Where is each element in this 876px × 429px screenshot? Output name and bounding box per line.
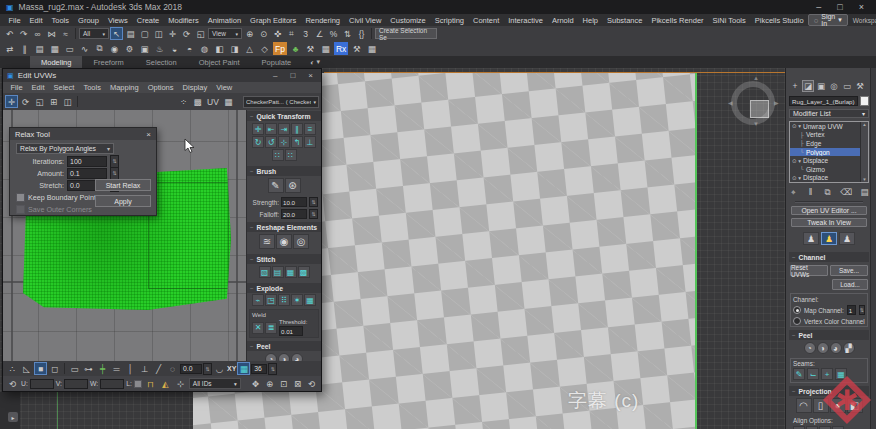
relax-mode-dropdown[interactable]: Relax By Polygon Angles ▾: [16, 143, 114, 154]
menu-item[interactable]: Display: [178, 83, 212, 92]
vertex-selection-mode-icon[interactable]: ♟: [803, 232, 819, 245]
railclone-tools-icon[interactable]: ⚒: [350, 42, 363, 55]
motion-tab-icon[interactable]: ◎: [828, 80, 840, 92]
stitch-to-target-icon[interactable]: ▤: [272, 266, 284, 278]
rendered-frame-window-icon[interactable]: ▣: [138, 42, 151, 55]
reset-uvws-button[interactable]: Reset UVWs: [790, 265, 828, 276]
flatten-by-material-id-icon[interactable]: ◳: [265, 294, 277, 306]
spherical-map-icon[interactable]: ●: [830, 398, 846, 413]
stitch-to-source-icon[interactable]: ▦: [285, 266, 297, 278]
schematic-view-icon[interactable]: ⧉: [93, 42, 106, 55]
quick-peel-icon[interactable]: ◔: [804, 342, 816, 354]
close-icon[interactable]: ×: [146, 130, 151, 139]
menu-item[interactable]: Create: [132, 16, 164, 25]
keep-boundary-checkbox[interactable]: [16, 193, 25, 202]
map-channel-radio[interactable]: [793, 306, 801, 314]
rectangular-selection-region-icon[interactable]: ▢: [138, 27, 151, 40]
state-sets-icon[interactable]: ◧: [213, 42, 226, 55]
align-right-icon[interactable]: ⇥: [278, 123, 290, 135]
paint-move-brush-icon[interactable]: ✎: [268, 178, 284, 193]
point-to-point-seam-icon[interactable]: ⌙: [807, 368, 819, 380]
peel-rollout-header[interactable]: − Peel: [247, 341, 321, 351]
break-icon[interactable]: ⁘: [177, 95, 190, 108]
sini-grid-icon[interactable]: ▦: [319, 42, 332, 55]
reset-peel-icon[interactable]: ▞: [843, 342, 855, 354]
rotate-90-cw-icon[interactable]: ↻: [252, 136, 264, 148]
menu-item[interactable]: Group: [74, 16, 104, 25]
amount-field[interactable]: 0.1: [67, 168, 107, 179]
ribbon-show-panels-icon[interactable]: ◐: [310, 59, 314, 66]
ribbon-toggle-icon[interactable]: ▭: [63, 42, 76, 55]
filter-selected-faces-icon[interactable]: ◭: [159, 377, 172, 390]
angle-snap-icon[interactable]: ∠: [313, 27, 326, 40]
flatten-by-smoothing-group-icon[interactable]: ⌁: [252, 294, 264, 306]
lock-aspect-checkbox[interactable]: [134, 380, 142, 388]
polygon-sub-object-icon[interactable]: ■: [34, 362, 47, 375]
gizmo-core[interactable]: [750, 100, 769, 118]
relax-brush-icon[interactable]: ⊛: [285, 178, 301, 193]
ribbon-tab-selection[interactable]: Selection: [135, 56, 188, 68]
angle-field[interactable]: 0.0: [180, 364, 202, 374]
stack-row-prefix-icon[interactable]: └: [800, 149, 804, 155]
quick-peel-icon[interactable]: ◔: [265, 353, 277, 361]
menu-item[interactable]: Substance: [603, 16, 647, 25]
peel-rollout-header[interactable]: − Peel: [789, 330, 869, 340]
use-pivot-point-icon[interactable]: ⊕: [243, 27, 256, 40]
material-id-dropdown[interactable]: All IDs ▾: [189, 378, 241, 389]
menu-item[interactable]: Rendering: [301, 16, 345, 25]
grid-size-field[interactable]: 36: [251, 364, 267, 374]
select-and-manipulate-icon[interactable]: ✜: [271, 27, 284, 40]
rotate-icon[interactable]: ⟳: [19, 95, 32, 108]
pelt-map-icon[interactable]: ◕: [830, 342, 842, 354]
quick-transform-rollout-header[interactable]: − Quick Transform: [247, 111, 321, 121]
stack-item-polygon[interactable]: └Polygon: [790, 148, 860, 157]
undo-icon[interactable]: ↶: [3, 27, 16, 40]
save-uvws-button[interactable]: Save...: [830, 265, 868, 276]
menu-item[interactable]: View: [212, 83, 237, 92]
weld-selected-icon[interactable]: ✕: [252, 322, 264, 334]
render-iterative-icon[interactable]: ◒: [168, 42, 181, 55]
gizmo-arrow-up-icon[interactable]: ▲: [753, 75, 759, 81]
menu-item[interactable]: Modifiers: [164, 16, 203, 25]
align-vertical-icon[interactable]: ⊥: [304, 136, 316, 148]
layer-manager-icon[interactable]: ▤: [33, 42, 46, 55]
stitch-rollout-header[interactable]: − Stitch: [247, 254, 321, 264]
relax-tool-title-bar[interactable]: Relax Tool ×: [10, 128, 156, 140]
menu-item[interactable]: Tools: [79, 83, 106, 92]
move-icon[interactable]: ✛: [5, 95, 18, 108]
window-minimize-icon[interactable]: –: [816, 2, 821, 12]
zoom-icon[interactable]: ⊕: [263, 377, 276, 390]
peel-mode-icon[interactable]: ◑: [817, 342, 829, 354]
stack-item-displace-2[interactable]: ⊙ ▾Displace: [790, 174, 860, 182]
percent-snap-icon[interactable]: %: [327, 27, 340, 40]
stack-row-prefix-icon[interactable]: └: [800, 166, 804, 172]
selection-filter-dropdown[interactable]: All ▾: [79, 28, 109, 39]
material-editor-icon[interactable]: ◉: [108, 42, 121, 55]
window-crossing-icon[interactable]: ◫: [152, 27, 165, 40]
forest-pack-icon[interactable]: Fp: [273, 42, 287, 55]
menu-item[interactable]: Customize: [386, 16, 430, 25]
align-icon[interactable]: ∥: [18, 42, 31, 55]
map-channel-field[interactable]: 1: [847, 305, 856, 315]
ribbon-tab-populate[interactable]: Populate: [251, 56, 303, 68]
checker-map-dropdown[interactable]: CheckerPatt... ( Checker ) ▾: [243, 96, 319, 108]
align-to-pivot-icon[interactable]: ⊹: [278, 136, 290, 148]
projection-rollout-header[interactable]: − Projection: [789, 386, 869, 396]
polygon-selection-mode-icon[interactable]: ♟: [839, 232, 855, 245]
stack-scrollbar[interactable]: ▲ ▼: [860, 122, 868, 182]
menu-item[interactable]: Tools: [47, 16, 74, 25]
named-selection-sets-icon[interactable]: {}: [355, 27, 368, 40]
load-uvws-button[interactable]: Load...: [832, 279, 868, 290]
display-tab-icon[interactable]: ▭: [841, 80, 853, 92]
grow-selection-icon[interactable]: ┿: [96, 362, 109, 375]
reference-coordinate-dropdown[interactable]: View ▾: [208, 28, 242, 39]
menu-item[interactable]: Views: [103, 16, 132, 25]
menu-item[interactable]: File: [6, 83, 27, 92]
window-maximize-icon[interactable]: □: [290, 71, 295, 80]
object-color-swatch[interactable]: [860, 96, 869, 106]
convert-edge-to-seam-icon[interactable]: +: [821, 368, 833, 380]
show-end-result-icon[interactable]: ‖: [804, 186, 817, 199]
falloff-field[interactable]: 20.0: [281, 209, 307, 219]
stack-row-prefix-icon[interactable]: ⊙ ▾: [792, 123, 801, 129]
selection-lock-icon[interactable]: △: [243, 42, 256, 55]
